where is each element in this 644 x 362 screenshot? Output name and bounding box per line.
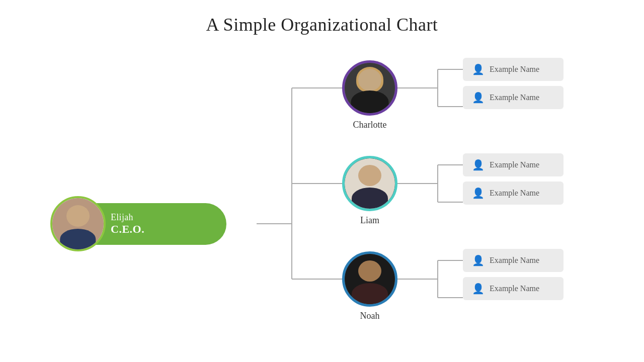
charlotte-label: Charlotte <box>353 120 387 130</box>
ceo-name: Elijah <box>111 212 211 223</box>
ceo-photo <box>50 196 106 251</box>
noah-report-1: 👤 Example Name <box>463 249 564 272</box>
noah-photo <box>342 251 397 307</box>
liam-label: Liam <box>360 215 379 226</box>
liam-report-1-name: Example Name <box>490 160 539 169</box>
user-icon-6: 👤 <box>472 283 485 295</box>
ceo-node: Elijah C.E.O. <box>50 196 226 251</box>
user-icon-5: 👤 <box>472 254 485 266</box>
user-icon-1: 👤 <box>472 63 485 75</box>
noah-node: Noah <box>342 251 397 321</box>
charlotte-node: Charlotte <box>342 60 397 130</box>
liam-photo <box>342 156 397 211</box>
liam-report-2: 👤 Example Name <box>463 182 564 205</box>
page-title: A Simple Organizational Chart <box>0 0 644 35</box>
ceo-title: C.E.O. <box>111 223 211 236</box>
noah-report-2-name: Example Name <box>490 284 539 293</box>
liam-reports: 👤 Example Name 👤 Example Name <box>463 153 564 205</box>
charlotte-report-1: 👤 Example Name <box>463 58 564 81</box>
charlotte-report-2-name: Example Name <box>490 93 539 102</box>
noah-reports: 👤 Example Name 👤 Example Name <box>463 249 564 300</box>
noah-report-1-name: Example Name <box>490 256 539 265</box>
chart-area: Elijah C.E.O. Charlotte <box>0 50 644 362</box>
charlotte-reports: 👤 Example Name 👤 Example Name <box>463 58 564 109</box>
charlotte-report-1-name: Example Name <box>490 65 539 74</box>
liam-report-1: 👤 Example Name <box>463 153 564 176</box>
liam-report-2-name: Example Name <box>490 189 539 198</box>
user-icon-4: 👤 <box>472 187 485 199</box>
noah-report-2: 👤 Example Name <box>463 277 564 300</box>
liam-node: Liam <box>342 156 397 226</box>
user-icon-3: 👤 <box>472 159 485 171</box>
noah-label: Noah <box>360 311 380 321</box>
charlotte-photo <box>342 60 397 116</box>
ceo-pill: Elijah C.E.O. <box>86 203 226 245</box>
user-icon-2: 👤 <box>472 92 485 104</box>
charlotte-report-2: 👤 Example Name <box>463 86 564 109</box>
